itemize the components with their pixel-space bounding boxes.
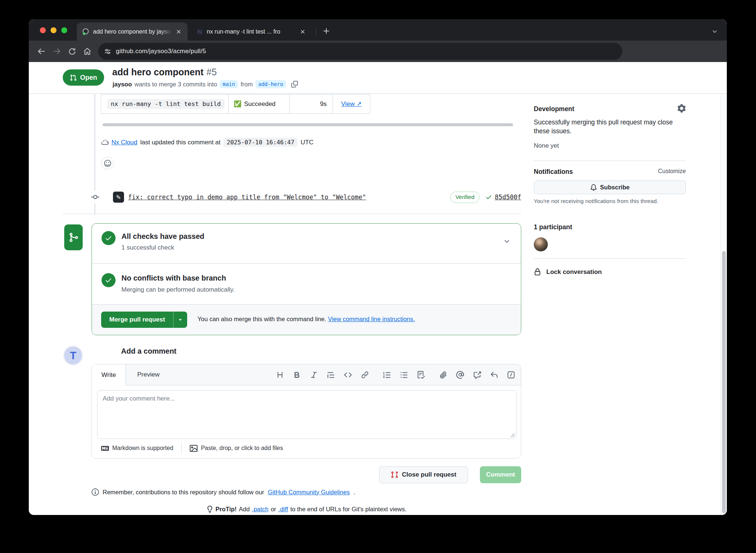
new-tab-button[interactable] bbox=[323, 27, 330, 35]
subscribe-button[interactable]: Subscribe bbox=[534, 181, 686, 194]
guidelines-link[interactable]: GitHub Community Guidelines bbox=[268, 489, 350, 496]
pr-sticky-header: Open add hero component#5 jaysoo wants t… bbox=[29, 62, 727, 94]
commit-row: ✎ fix: correct typo in demo app title fr… bbox=[90, 191, 521, 203]
bold-icon[interactable] bbox=[293, 371, 301, 379]
commit-sha-link[interactable]: 85d500f bbox=[495, 193, 521, 201]
back-icon[interactable] bbox=[37, 47, 46, 56]
code-icon[interactable] bbox=[344, 371, 352, 379]
tab-preview[interactable]: Preview bbox=[126, 364, 171, 385]
tab-write[interactable]: Write bbox=[92, 364, 126, 385]
site-settings-icon[interactable] bbox=[104, 48, 111, 55]
maximize-window-button[interactable] bbox=[61, 27, 67, 33]
pr-from-text: from bbox=[241, 81, 253, 88]
bullet-list-icon[interactable] bbox=[400, 371, 408, 379]
check-circle-icon bbox=[102, 231, 116, 245]
verified-badge[interactable]: Verified bbox=[450, 192, 480, 203]
protip-or: or bbox=[271, 506, 276, 513]
resize-handle[interactable] bbox=[511, 433, 515, 437]
add-reaction-button[interactable] bbox=[101, 157, 114, 169]
cli-instructions-link[interactable]: View command line instructions. bbox=[328, 316, 415, 322]
cli-text: You can also merge this with the command… bbox=[197, 316, 326, 322]
base-branch-chip[interactable]: main bbox=[220, 80, 238, 88]
development-section-header: Development bbox=[534, 105, 686, 113]
chevron-down-icon[interactable] bbox=[503, 238, 511, 245]
pr-state-label: Open bbox=[80, 74, 97, 82]
timeline-divider bbox=[63, 214, 521, 214]
bot-note-timezone: UTC bbox=[300, 139, 313, 146]
check-circle-icon bbox=[102, 273, 116, 287]
tab-nx-run[interactable]: nx run-many -t lint test ... fro bbox=[191, 23, 312, 41]
minimize-window-button[interactable] bbox=[51, 27, 56, 33]
diff-link[interactable]: .diff bbox=[278, 506, 288, 513]
markdown-supported[interactable]: Markdown is supported bbox=[101, 444, 173, 452]
close-tab-icon[interactable] bbox=[175, 28, 182, 35]
pr-state-badge: Open bbox=[63, 69, 104, 86]
paste-drop-files[interactable]: Paste, drop, or click to add files bbox=[190, 444, 283, 452]
slash-commands-icon[interactable] bbox=[507, 371, 515, 379]
italic-icon[interactable] bbox=[310, 371, 318, 379]
table-horizontal-scrollbar[interactable] bbox=[103, 123, 513, 126]
close-window-button[interactable] bbox=[40, 27, 46, 33]
guidelines-text: Remember, contributions to this reposito… bbox=[103, 489, 264, 496]
reload-icon[interactable] bbox=[68, 47, 76, 56]
tab-search-chevron-icon[interactable] bbox=[711, 28, 718, 35]
comment-textarea[interactable] bbox=[97, 390, 516, 439]
paste-note-text: Paste, drop, or click to add files bbox=[201, 445, 283, 451]
checks-passed-row[interactable]: All checks have passed 1 successful chec… bbox=[92, 224, 521, 263]
merge-options-caret[interactable] bbox=[173, 312, 187, 328]
home-icon[interactable] bbox=[83, 47, 92, 56]
pr-author[interactable]: jaysoo bbox=[113, 81, 132, 88]
address-bar[interactable]: github.com/jaysoo3/acme/pull/5 bbox=[98, 43, 622, 60]
bot-note-text: last updated this comment at bbox=[140, 139, 220, 146]
commit-message-link[interactable]: fix: correct typo in demo app title from… bbox=[128, 193, 366, 201]
customize-link[interactable]: Customize bbox=[658, 168, 686, 175]
participants-title: 1 participant bbox=[534, 223, 686, 231]
cross-reference-icon[interactable] bbox=[473, 371, 481, 379]
merge-pull-request-button[interactable]: Merge pull request bbox=[101, 312, 173, 328]
comment-form-footer: Markdown is supported Paste, drop, or cl… bbox=[92, 438, 521, 458]
tab-separator bbox=[316, 28, 316, 35]
forward-icon[interactable] bbox=[52, 47, 61, 56]
protip-add: Add bbox=[239, 506, 250, 513]
pr-title-text: add hero component bbox=[112, 67, 203, 77]
head-branch-chip[interactable]: add-hero bbox=[255, 80, 286, 88]
current-user-avatar: T bbox=[63, 346, 83, 365]
sidebar-divider bbox=[534, 258, 686, 259]
task-list-icon[interactable] bbox=[417, 371, 425, 379]
copy-branch-icon[interactable] bbox=[291, 81, 298, 87]
check-run-table: nx run-many -t lint test build ✅ Succeed… bbox=[101, 94, 370, 114]
nx-favicon bbox=[196, 28, 203, 35]
participant-avatar[interactable] bbox=[534, 237, 548, 251]
quote-icon[interactable] bbox=[327, 371, 335, 379]
pr-number: #5 bbox=[206, 67, 217, 77]
nx-cloud-link[interactable]: Nx Cloud bbox=[111, 139, 137, 146]
comment-submit-button[interactable]: Comment bbox=[480, 466, 521, 483]
tab-pull-request[interactable]: add hero component by jayso bbox=[77, 23, 188, 41]
close-tab-icon[interactable] bbox=[299, 28, 306, 35]
pr-merge-text: wants to merge 3 commits into bbox=[134, 81, 217, 88]
development-title: Development bbox=[534, 105, 574, 113]
notifications-section-header: Notifications Customize bbox=[534, 168, 686, 176]
patch-link[interactable]: .patch bbox=[252, 506, 268, 513]
numbered-list-icon[interactable] bbox=[383, 371, 391, 379]
markdown-note-text: Markdown is supported bbox=[112, 445, 173, 451]
check-view-link[interactable]: View ↗ bbox=[341, 100, 362, 108]
attach-file-icon[interactable] bbox=[439, 371, 447, 379]
committer-avatar[interactable]: ✎ bbox=[113, 192, 124, 203]
merge-panel-footer: Merge pull request You can also merge th… bbox=[92, 304, 521, 335]
notifications-note: You're not receiving notifications from … bbox=[534, 198, 686, 205]
merge-split-button: Merge pull request bbox=[101, 312, 187, 328]
saved-replies-icon[interactable] bbox=[490, 371, 498, 379]
page-scrollbar-thumb[interactable] bbox=[722, 251, 726, 513]
heading-icon[interactable] bbox=[276, 371, 284, 379]
mention-icon[interactable] bbox=[456, 371, 464, 379]
gear-icon[interactable] bbox=[677, 104, 686, 113]
window-controls bbox=[40, 27, 67, 33]
pull-request-icon bbox=[70, 74, 77, 81]
lock-conversation[interactable]: Lock conversation bbox=[534, 268, 686, 276]
pr-title: add hero component#5 bbox=[112, 67, 217, 78]
add-comment-heading: Add a comment bbox=[121, 347, 176, 356]
close-pull-request-button[interactable]: Close pull request bbox=[379, 466, 468, 483]
link-icon[interactable] bbox=[361, 371, 369, 379]
page-scrollbar-track[interactable] bbox=[720, 62, 727, 515]
